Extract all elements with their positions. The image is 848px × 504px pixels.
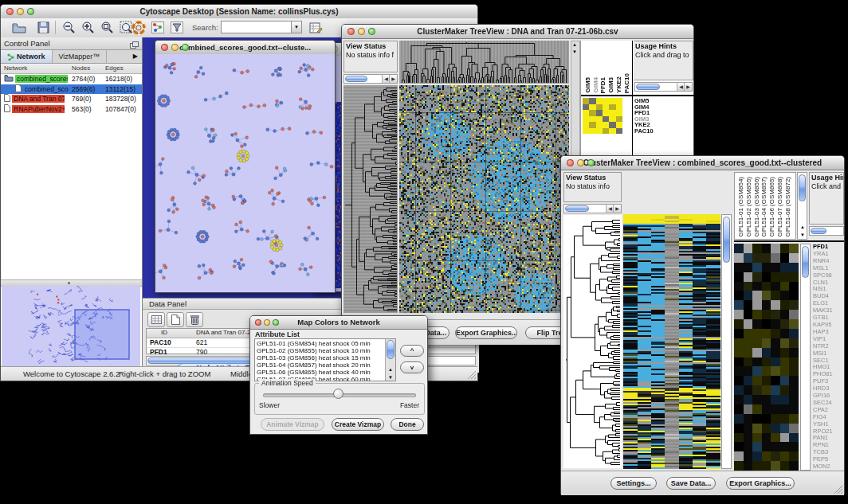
export-graphics-button[interactable]: Export Graphics... bbox=[455, 326, 517, 339]
gene-label[interactable]: GIM5 bbox=[634, 98, 693, 104]
row-dendrogram[interactable] bbox=[563, 215, 622, 468]
create-vizmap-button[interactable]: Create Vizmap bbox=[332, 418, 384, 431]
tab-overflow-arrow[interactable]: ▶ bbox=[129, 50, 142, 63]
gene-label[interactable]: PUF3 bbox=[813, 378, 845, 385]
treeview1-titlebar[interactable]: ClusterMaker TreeView : DNA and Tran 07-… bbox=[342, 25, 693, 39]
treeview1-hscrollbar[interactable]: ◀ ▶ bbox=[344, 74, 398, 84]
gene-label[interactable]: KAP95 bbox=[813, 322, 845, 329]
gene-label[interactable]: GIM3 bbox=[634, 116, 693, 123]
zoom-selected-icon[interactable] bbox=[98, 20, 116, 35]
attribute-item[interactable]: GPL51-06 (GSM865) heat shock 40 min bbox=[257, 369, 384, 376]
scroll-right-icon[interactable]: ▶ bbox=[684, 83, 692, 91]
scroll-down-icon[interactable]: ▼ bbox=[388, 375, 393, 380]
attribute-item[interactable]: GPL51-01 (GSM854) heat shock 05 min bbox=[257, 340, 384, 347]
animate-vizmap-button[interactable]: Animate Vizmap bbox=[261, 418, 324, 431]
usage-hscrollbar[interactable]: ◀ ▶ bbox=[634, 82, 693, 92]
gene-label[interactable]: MON2 bbox=[813, 463, 845, 471]
gene-label[interactable]: MSI1 bbox=[813, 350, 845, 357]
scroll-down-icon[interactable]: ▼ bbox=[800, 232, 805, 237]
zoom-window-icon[interactable] bbox=[368, 28, 375, 35]
scrollbar-thumb[interactable] bbox=[811, 228, 826, 234]
heatmap-vscrollbar[interactable] bbox=[721, 214, 732, 469]
scrollbar-thumb[interactable] bbox=[387, 340, 395, 359]
gene-label[interactable]: SEC1 bbox=[813, 357, 845, 365]
zoom-window-icon[interactable] bbox=[587, 159, 595, 166]
minimize-icon[interactable] bbox=[17, 8, 24, 15]
treeview2-titlebar[interactable]: ClusterMaker TreeView : combined_scores_… bbox=[561, 156, 844, 170]
birdseye-view[interactable] bbox=[2, 286, 140, 369]
attribute-item[interactable]: GPL51-04 (GSM857) heat shock 20 min bbox=[257, 361, 384, 369]
network-tree-row[interactable]: RNAPuberNov2+563(0)107847(0) bbox=[1, 104, 142, 115]
gene-label[interactable]: YRA1 bbox=[813, 251, 845, 258]
heatmap-global[interactable] bbox=[399, 85, 569, 313]
gene-label[interactable]: HMG1 bbox=[813, 364, 845, 371]
zoom-in-icon[interactable] bbox=[79, 20, 96, 35]
heatmap-global[interactable] bbox=[623, 214, 720, 469]
zoom-window-icon[interactable] bbox=[27, 8, 34, 15]
gene-label[interactable]: NIS1 bbox=[813, 286, 845, 293]
network-view-window-1[interactable]: combined_scores_good.txt--cluste... bbox=[155, 40, 336, 293]
tab-network[interactable]: Network bbox=[1, 50, 53, 63]
move-up-button[interactable]: ^ bbox=[400, 345, 424, 357]
dialog-titlebar[interactable]: Map Colors to Network bbox=[250, 316, 427, 330]
help-lifesaver-icon[interactable] bbox=[130, 20, 147, 35]
gene-label[interactable]: MAK31 bbox=[813, 307, 845, 315]
network-tree-row[interactable]: combined_sco2569(6)13112(15) bbox=[1, 84, 142, 95]
network-tree-row[interactable]: combined_scores2764(0)16218(0) bbox=[1, 74, 142, 84]
gene-label[interactable]: ELG1 bbox=[813, 300, 845, 307]
zoom-vscrollbar[interactable] bbox=[800, 244, 811, 471]
gene-label[interactable]: YKE2 bbox=[634, 122, 693, 128]
scroll-right-icon[interactable]: ▶ bbox=[389, 75, 397, 83]
export-graphics-button[interactable]: Export Graphics... bbox=[726, 477, 795, 490]
gene-label[interactable]: BUD4 bbox=[813, 293, 845, 300]
scrollbar-thumb[interactable] bbox=[345, 76, 367, 82]
minimize-icon[interactable] bbox=[358, 28, 365, 35]
gene-label[interactable]: GTB1 bbox=[813, 315, 845, 322]
annotation-filter-icon[interactable] bbox=[168, 20, 186, 35]
treeview2-hscrollbar[interactable]: ◀ ▶ bbox=[563, 204, 622, 213]
close-icon[interactable] bbox=[347, 28, 355, 35]
speed-slider-thumb[interactable] bbox=[333, 389, 344, 399]
done-button[interactable]: Done bbox=[391, 418, 424, 431]
report-table-icon[interactable] bbox=[307, 20, 324, 35]
column-dendrogram[interactable] bbox=[399, 41, 569, 84]
gene-label[interactable]: HAP3 bbox=[813, 329, 845, 336]
scroll-up-icon[interactable]: ▲ bbox=[572, 42, 577, 47]
scrollbar-thumb[interactable] bbox=[799, 174, 806, 201]
gene-label[interactable]: SPC98 bbox=[813, 272, 845, 279]
usage-hscrollbar[interactable] bbox=[809, 226, 844, 236]
network-window1-titlebar[interactable]: combined_scores_good.txt--cluste... bbox=[155, 41, 335, 55]
open-folder-icon[interactable] bbox=[10, 20, 28, 35]
network-nodes-icon[interactable] bbox=[149, 20, 167, 35]
search-input[interactable] bbox=[221, 21, 294, 33]
scroll-up-icon[interactable]: ▲ bbox=[800, 225, 805, 229]
gene-label[interactable]: PFD1 bbox=[813, 244, 845, 251]
labels-vscrollbar[interactable]: ▲ ▼ bbox=[797, 172, 807, 240]
gene-label[interactable]: PAC10 bbox=[634, 128, 693, 135]
minimize-icon[interactable] bbox=[577, 159, 584, 166]
zoom-window-icon[interactable] bbox=[182, 44, 189, 51]
gene-label[interactable]: HRD3 bbox=[813, 385, 845, 393]
scroll-down-icon[interactable]: ▼ bbox=[572, 49, 577, 54]
gene-label[interactable]: RPN1 bbox=[813, 442, 845, 449]
gene-label[interactable]: PFD1 bbox=[634, 110, 693, 116]
attribute-list-vscrollbar[interactable]: ▲ ▼ bbox=[385, 339, 395, 381]
gene-label[interactable]: PAN1 bbox=[813, 435, 845, 442]
gene-label[interactable]: TCB3 bbox=[813, 449, 845, 456]
close-icon[interactable] bbox=[161, 44, 168, 51]
resize-grip-icon[interactable] bbox=[468, 371, 476, 379]
scrollbar-thumb[interactable] bbox=[636, 84, 660, 90]
scroll-right-icon[interactable]: ▶ bbox=[613, 205, 621, 213]
gene-label[interactable]: PHO81 bbox=[813, 371, 845, 378]
search-dropdown-arrow[interactable]: ▼ bbox=[291, 21, 302, 33]
gene-list[interactable]: PFD1YRA1RNR4MSL1SPC98CLN1NIS1BUD4ELG1MAK… bbox=[813, 244, 845, 471]
minimize-icon[interactable] bbox=[264, 319, 270, 326]
zoom-window-icon[interactable] bbox=[273, 319, 279, 326]
row-dendrogram[interactable] bbox=[344, 85, 398, 313]
close-icon[interactable] bbox=[567, 159, 574, 166]
close-icon[interactable] bbox=[255, 319, 261, 326]
network-canvas-clusters[interactable] bbox=[155, 54, 335, 292]
save-data-button[interactable]: Save Data... bbox=[666, 477, 716, 490]
attribute-item[interactable]: GPL51-02 (GSM855) heat shock 10 min bbox=[257, 347, 384, 354]
gene-label[interactable]: MSL1 bbox=[813, 265, 845, 272]
